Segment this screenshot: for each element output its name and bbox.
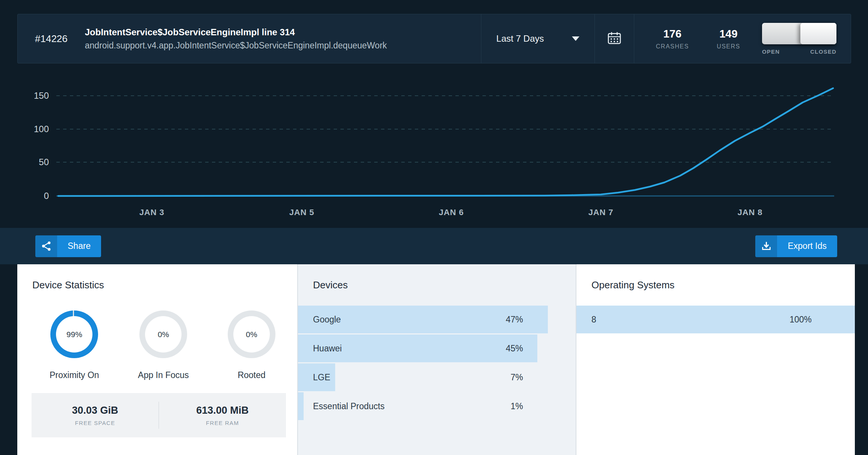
share-icon <box>35 235 57 257</box>
free-ram-value: 613.00 MiB <box>196 405 249 416</box>
crashes-line-chart: 150 100 50 0 JAN 3 JAN 5 JAN 6 JAN 7 JAN… <box>0 63 868 228</box>
analytics-panels: Device Statistics 99% Proximity On 0% Ap… <box>17 264 855 455</box>
bar-fill <box>298 392 304 420</box>
xtick-jan5: JAN 5 <box>272 208 332 217</box>
donut-ring: 0% <box>139 310 187 358</box>
date-range-dropdown[interactable]: Last 7 Days <box>481 14 594 63</box>
export-ids-button-label: Export Ids <box>777 235 837 257</box>
crash-metrics: 176 CRASHES 149 USERS <box>634 28 762 50</box>
crashes-label: CRASHES <box>656 43 689 50</box>
status-toggle-knob[interactable] <box>800 23 836 44</box>
crash-status-toggle-block: OPEN CLOSED <box>762 23 851 55</box>
ytick-100: 100 <box>11 125 49 134</box>
xtick-jan6: JAN 6 <box>421 208 481 217</box>
crash-id: #14226 <box>18 33 85 45</box>
free-ram-stat: 613.00 MiB FREE RAM <box>159 405 286 426</box>
os-name: 8 <box>591 315 596 325</box>
donut-value: 0% <box>233 316 270 353</box>
device-percent: 47% <box>506 315 523 325</box>
operating-systems-title: Operating Systems <box>591 279 855 291</box>
donut-proximity-on: 99% Proximity On <box>50 310 99 380</box>
status-toggle[interactable] <box>762 23 836 44</box>
donut-app-in-focus: 0% App In Focus <box>138 310 189 380</box>
device-row-huawei[interactable]: Huawei 45% <box>298 334 576 362</box>
donut-ring: 99% <box>50 310 98 358</box>
device-row-lge[interactable]: LGE 7% <box>298 363 576 391</box>
donut-label: Proximity On <box>50 370 99 380</box>
device-percent: 7% <box>511 372 523 383</box>
device-percent: 45% <box>506 344 523 354</box>
device-row-google[interactable]: Google 47% <box>298 306 576 333</box>
devices-panel: Devices Google 47% Huawei 45% LGE 7% Ess… <box>298 264 576 455</box>
xtick-jan8: JAN 8 <box>720 208 780 217</box>
free-ram-label: FREE RAM <box>206 420 239 426</box>
metric-crashes: 176 CRASHES <box>656 28 689 50</box>
metric-users: 149 USERS <box>717 28 740 50</box>
ytick-150: 150 <box>11 91 49 100</box>
calendar-button[interactable] <box>595 14 634 63</box>
status-closed-label: CLOSED <box>810 48 836 55</box>
free-space-label: FREE SPACE <box>75 420 115 426</box>
calendar-icon <box>608 32 621 46</box>
crash-header-bar: #14226 JobIntentService$JobServiceEngine… <box>17 14 851 63</box>
ytick-50: 50 <box>11 158 49 167</box>
donut-label: App In Focus <box>138 370 189 380</box>
chevron-down-icon <box>572 36 579 41</box>
chart-canvas <box>0 63 868 228</box>
crashes-series-line <box>58 88 833 196</box>
device-name: LGE <box>313 372 330 383</box>
os-percent: 100% <box>789 315 812 325</box>
export-ids-button[interactable]: Export Ids <box>755 235 837 257</box>
devices-title: Devices <box>313 279 576 291</box>
donut-label: Rooted <box>237 370 265 380</box>
device-name: Essential Products <box>313 401 384 411</box>
donut-value: 99% <box>56 316 92 353</box>
os-row-8[interactable]: 8 100% <box>576 306 855 333</box>
memory-stats-box: 30.03 GiB FREE SPACE 613.00 MiB FREE RAM <box>32 393 286 437</box>
operating-systems-panel: Operating Systems 8 100% <box>576 264 855 455</box>
status-open-label: OPEN <box>762 48 780 55</box>
crash-info: JobIntentService$JobServiceEngineImpl li… <box>85 27 481 51</box>
xtick-jan3: JAN 3 <box>122 208 182 217</box>
share-button-label: Share <box>57 235 101 257</box>
device-name: Huawei <box>313 344 342 354</box>
donut-rooted: 0% Rooted <box>228 310 275 380</box>
xtick-jan7: JAN 7 <box>571 208 631 217</box>
users-label: USERS <box>717 43 740 50</box>
device-name: Google <box>313 315 341 325</box>
users-count: 149 <box>719 28 737 40</box>
donut-ring: 0% <box>228 310 275 358</box>
device-row-essential-products[interactable]: Essential Products 1% <box>298 392 576 420</box>
device-percent: 1% <box>511 401 523 411</box>
device-statistics-panel: Device Statistics 99% Proximity On 0% Ap… <box>17 264 297 455</box>
os-bar-list: 8 100% <box>576 306 855 333</box>
status-toggle-labels: OPEN CLOSED <box>762 48 836 55</box>
free-space-stat: 30.03 GiB FREE SPACE <box>32 405 159 426</box>
bar-fill <box>576 306 855 333</box>
crash-subtitle: android.support.v4.app.JobIntentService$… <box>85 41 481 51</box>
device-statistics-title: Device Statistics <box>32 279 297 291</box>
actions-band: Share Export Ids <box>0 228 868 264</box>
share-button[interactable]: Share <box>35 235 101 257</box>
donut-value: 0% <box>145 316 181 353</box>
free-space-value: 30.03 GiB <box>72 405 118 416</box>
donut-row: 99% Proximity On 0% App In Focus 0% Root… <box>50 310 275 380</box>
crashes-count: 176 <box>663 28 681 40</box>
ytick-0: 0 <box>11 191 49 200</box>
date-range-selected: Last 7 Days <box>496 33 544 44</box>
crash-title: JobIntentService$JobServiceEngineImpl li… <box>85 27 481 38</box>
download-icon <box>755 235 777 257</box>
devices-bar-list: Google 47% Huawei 45% LGE 7% Essential P… <box>298 306 576 420</box>
